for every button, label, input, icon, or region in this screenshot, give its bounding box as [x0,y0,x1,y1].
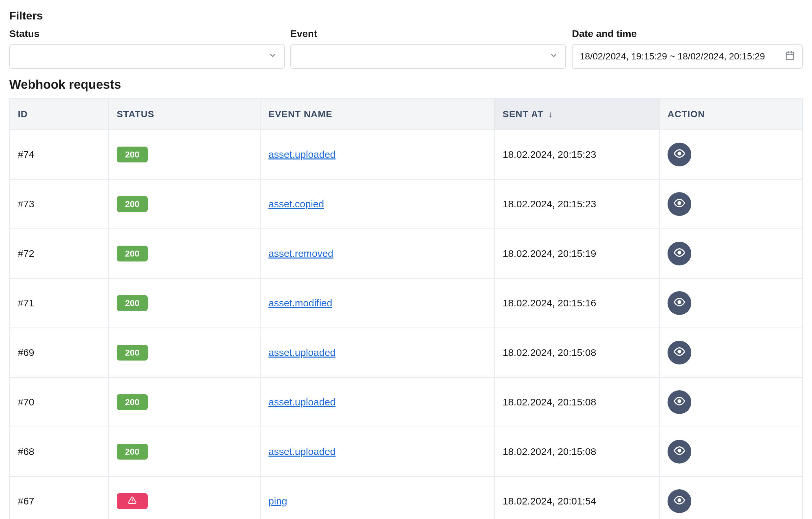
eye-icon [674,346,685,359]
cell-event: asset.copied [260,179,494,229]
cell-id: #68 [9,427,109,476]
cell-id: #67 [9,476,109,519]
column-header-action: ACTION [659,99,803,130]
svg-point-13 [678,498,681,501]
filter-status-col: Status [9,28,285,69]
chevron-down-icon [268,51,277,62]
event-link[interactable]: asset.modified [268,298,332,308]
view-details-button[interactable] [668,192,691,216]
table-row: #73200asset.copied18.02.2024, 20:15:23 [9,179,803,229]
svg-point-7 [678,300,681,303]
svg-point-9 [678,400,681,403]
cell-event: ping [260,476,494,519]
cell-action [659,427,803,476]
calendar-icon [785,51,795,63]
cell-action [659,377,803,427]
warning-icon [128,496,137,507]
cell-sent-at: 18.02.2024, 20:15:08 [494,427,659,476]
cell-status: 200 [109,427,260,476]
eye-icon [674,297,685,310]
status-select[interactable] [9,44,285,69]
column-header-sent-at[interactable]: SENT AT ↓ [494,99,659,130]
webhook-requests-heading: Webhook requests [9,78,803,92]
event-select[interactable] [290,44,566,69]
column-header-sent-at-label: SENT AT [503,109,544,119]
cell-event: asset.uploaded [260,130,494,179]
cell-status: 200 [109,130,260,179]
view-details-button[interactable] [668,489,691,513]
cell-sent-at: 18.02.2024, 20:15:23 [494,130,659,179]
event-link[interactable]: ping [268,496,287,507]
cell-event: asset.uploaded [260,377,494,427]
svg-point-10 [678,449,681,452]
cell-action [659,328,803,377]
column-header-event[interactable]: EVENT NAME [260,99,494,130]
cell-status: 200 [109,278,260,328]
table-row: #70200asset.uploaded18.02.2024, 20:15:08 [9,377,803,427]
eye-icon [674,247,685,261]
table-row: #74200asset.uploaded18.02.2024, 20:15:23 [9,130,803,179]
status-badge-success: 200 [117,196,148,212]
cell-event: asset.modified [260,278,494,328]
cell-id: #69 [9,328,109,377]
status-badge-success: 200 [117,394,148,410]
event-link[interactable]: asset.uploaded [268,347,336,358]
cell-id: #70 [9,377,109,427]
cell-status: 200 [109,328,260,377]
event-link[interactable]: asset.removed [268,248,334,259]
cell-action [659,229,803,278]
event-link[interactable]: asset.copied [268,198,324,209]
event-link[interactable]: asset.uploaded [268,446,336,457]
filter-event-label: Event [290,28,566,39]
sort-descending-icon: ↓ [548,109,553,119]
svg-rect-0 [786,52,794,60]
cell-status: 200 [109,377,260,427]
view-details-button[interactable] [668,440,691,464]
view-details-button[interactable] [668,291,691,315]
cell-event: asset.removed [260,229,494,278]
date-range-value: 18/02/2024, 19:15:29 ~ 18/02/2024, 20:15… [580,51,780,62]
column-header-status[interactable]: STATUS [109,99,260,130]
table-row: #69200asset.uploaded18.02.2024, 20:15:08 [9,328,803,377]
status-badge-success: 200 [117,146,148,162]
cell-sent-at: 18.02.2024, 20:15:08 [494,328,659,377]
view-details-button[interactable] [668,390,691,414]
event-link[interactable]: asset.uploaded [268,149,336,160]
eye-icon [674,445,685,459]
cell-sent-at: 18.02.2024, 20:01:54 [494,476,659,519]
event-link[interactable]: asset.uploaded [268,397,336,407]
chevron-down-icon [549,51,558,62]
cell-event: asset.uploaded [260,427,494,476]
cell-id: #72 [9,229,109,278]
view-details-button[interactable] [668,341,691,364]
filter-event-col: Event [290,28,566,69]
cell-sent-at: 18.02.2024, 20:15:16 [494,278,659,328]
cell-sent-at: 18.02.2024, 20:15:08 [494,377,659,427]
status-badge-success: 200 [117,295,148,311]
cell-sent-at: 18.02.2024, 20:15:19 [494,229,659,278]
status-badge-success: 200 [117,444,148,460]
cell-id: #74 [9,130,109,179]
cell-action [659,278,803,328]
table-row: #67ping18.02.2024, 20:01:54 [9,476,803,519]
cell-action [659,179,803,229]
column-header-id[interactable]: ID [9,99,109,130]
cell-status: 200 [109,229,260,278]
cell-id: #73 [9,179,109,229]
view-details-button[interactable] [668,143,691,166]
date-range-input[interactable]: 18/02/2024, 19:15:29 ~ 18/02/2024, 20:15… [572,44,803,69]
cell-event: asset.uploaded [260,328,494,377]
eye-icon [674,495,685,508]
filter-status-label: Status [9,28,285,39]
status-badge-success: 200 [117,246,148,262]
cell-action [659,130,803,179]
status-badge-success: 200 [117,345,148,360]
cell-action [659,476,803,519]
svg-point-4 [678,152,681,155]
view-details-button[interactable] [668,242,691,266]
eye-icon [674,395,685,409]
svg-point-5 [678,201,681,204]
cell-sent-at: 18.02.2024, 20:15:23 [494,179,659,229]
eye-icon [674,148,685,161]
filter-date-col: Date and time 18/02/2024, 19:15:29 ~ 18/… [572,28,803,69]
